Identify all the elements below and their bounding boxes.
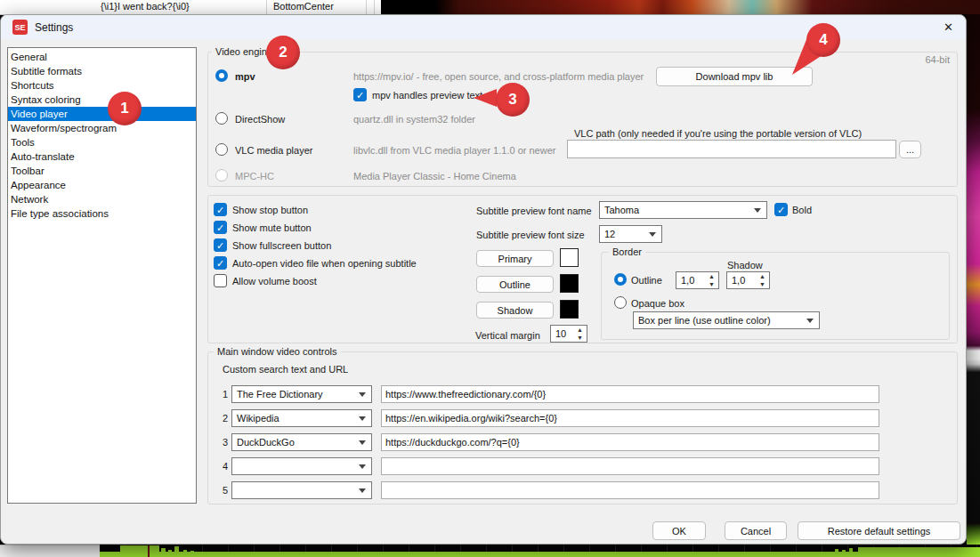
window-title: Settings [35,21,73,34]
sidebar-item-file-type-associations[interactable]: File type associations [8,206,196,221]
search-row-number: 4 [223,460,228,472]
show-stop-checkbox[interactable]: ✓ [214,203,227,216]
vlc-radio-label[interactable]: VLC media player [235,144,312,157]
mpv-preview-checkbox[interactable]: ✓ [353,88,367,101]
callout-badge-2: 2 [266,36,300,69]
sidebar-item-appearance[interactable]: Appearance [8,178,196,192]
allow-volume-boost-checkbox-label[interactable]: Allow volume boost [232,275,317,287]
font-name-combo[interactable]: Tahoma [599,201,767,219]
spinner-down-icon[interactable]: ▼ [759,280,765,288]
shadow-color-swatch[interactable] [560,300,579,319]
border-outline-value: 1,0 [681,275,694,286]
search-engine-combo-3[interactable]: DuckDuckGo [231,433,372,451]
restore-defaults-button[interactable]: Restore default settings [798,521,960,540]
shadow-color-button[interactable]: Shadow [476,302,554,319]
spinner-down-icon[interactable]: ▼ [577,334,583,342]
directshow-radio-label[interactable]: DirectShow [235,113,285,125]
background-video-top [381,0,980,14]
column-divider [266,0,267,14]
border-outline-spinner[interactable]: 1,0 ▲ ▼ [676,271,719,289]
search-url-input-1[interactable] [381,385,879,403]
opaque-box-radio-label[interactable]: Opaque box [631,297,684,310]
opaque-box-radio[interactable] [614,296,627,309]
box-style-combo[interactable]: Box per line (use outline color) [633,311,820,329]
checkmark-icon: ✓ [216,240,224,251]
sidebar-item-general[interactable]: General [8,50,196,64]
dropdown-arrow-icon [359,392,366,397]
vlc-description: libvlc.dll from VLC media player 1.1.0 o… [353,144,555,157]
dropdown-arrow-icon [359,440,366,445]
allow-volume-boost-checkbox[interactable] [214,274,227,287]
show-fullscreen-checkbox[interactable]: ✓ [214,238,227,252]
waveform-left-panel [0,545,100,557]
sidebar-item-video-player[interactable]: Video player [8,107,196,121]
sidebar-item-subtitle-formats[interactable]: Subtitle formats [8,64,196,78]
search-engine-combo-1[interactable]: The Free Dictionary [231,385,372,403]
show-mute-checkbox-label[interactable]: Show mute button [232,222,312,234]
vlc-radio[interactable] [215,143,228,156]
search-engine-value: Wikipedia [237,413,279,424]
border-outline-radio-label[interactable]: Outline [631,274,662,287]
sidebar-item-syntax-coloring[interactable]: Syntax coloring [8,93,196,107]
directshow-description: quartz.dll in system32 folder [353,113,475,125]
arch-label: 64-bit [925,53,950,66]
waveform-spike [174,546,179,557]
directshow-radio[interactable] [215,112,228,125]
dropdown-arrow-icon [754,208,761,213]
border-shadow-spinner[interactable]: 1,0 ▲ ▼ [726,271,770,289]
sidebar-item-toolbar[interactable]: Toolbar [8,164,196,178]
spinner-up-icon[interactable]: ▲ [759,272,765,280]
outline-color-swatch[interactable] [560,274,579,293]
sidebar-item-tools[interactable]: Tools [8,135,196,149]
sidebar-item-auto-translate[interactable]: Auto-translate [8,149,196,164]
spinner-up-icon[interactable]: ▲ [577,326,583,334]
ok-button[interactable]: OK [652,521,706,540]
dropdown-arrow-icon [649,232,656,237]
font-name-value: Tahoma [604,205,639,215]
auto-open-video-checkbox-label[interactable]: Auto-open video file when opening subtit… [232,257,417,270]
font-name-label: Subtitle preview font name [476,205,592,217]
search-url-input-4[interactable] [381,457,879,475]
mpv-radio[interactable] [215,69,228,82]
sidebar-item-waveform-spectrogram[interactable]: Waveform/spectrogram [8,121,196,135]
sidebar-item-network[interactable]: Network [8,192,196,206]
vlc-path-input[interactable] [567,140,896,158]
cancel-button[interactable]: Cancel [725,521,787,540]
font-size-value: 12 [604,229,615,239]
mpv-radio-label[interactable]: mpv [235,70,255,83]
show-mute-checkbox[interactable]: ✓ [214,221,227,234]
spinner-up-icon[interactable]: ▲ [709,272,715,280]
show-stop-checkbox-label[interactable]: Show stop button [232,204,308,216]
callout-badge-1: 1 [108,92,142,125]
vertical-margin-spinner[interactable]: 10 ▲ ▼ [550,325,587,343]
waveform-spike [849,548,853,557]
close-icon[interactable]: ✕ [944,20,953,34]
mpv-preview-checkbox-label[interactable]: mpv handles preview text [372,89,482,101]
primary-color-button[interactable]: Primary [476,250,554,267]
show-fullscreen-checkbox-label[interactable]: Show fullscreen button [232,239,331,252]
search-engine-combo-5[interactable] [231,481,372,499]
bold-checkbox[interactable]: ✓ [774,203,788,216]
checkmark-icon: ✓ [216,258,224,269]
mpc-hc-description: Media Player Classic - Home Cinema [353,170,516,182]
search-engine-combo-2[interactable]: Wikipedia [231,409,372,427]
search-row-number: 5 [223,484,228,496]
search-engine-combo-4[interactable] [231,457,372,475]
search-row-number: 3 [223,436,228,448]
search-url-input-3[interactable] [381,433,879,451]
font-size-combo[interactable]: 12 [599,225,662,243]
bold-checkbox-label[interactable]: Bold [792,204,812,216]
auto-open-video-checkbox[interactable]: ✓ [214,256,227,270]
spinner-down-icon[interactable]: ▼ [709,280,715,288]
primary-color-swatch[interactable] [560,248,579,267]
search-url-input-2[interactable] [381,409,879,427]
search-url-input-5[interactable] [381,481,879,499]
waveform-cursor [148,545,150,557]
waveform-spike [842,550,846,557]
border-outline-radio[interactable] [614,273,627,286]
sidebar-item-shortcuts[interactable]: Shortcuts [8,78,196,93]
vlc-browse-button[interactable]: ... [899,141,921,158]
outline-color-button[interactable]: Outline [476,276,554,293]
checkmark-icon: ✓ [356,90,364,101]
box-style-value: Box per line (use outline color) [638,315,771,326]
